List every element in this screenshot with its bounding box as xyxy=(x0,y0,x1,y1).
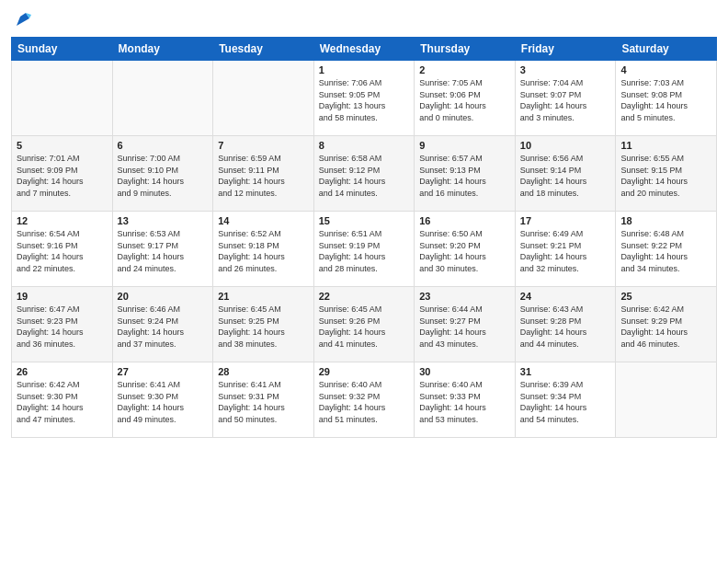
day-info: Sunrise: 7:06 AM Sunset: 9:05 PM Dayligh… xyxy=(319,77,410,123)
week-row-5: 26Sunrise: 6:42 AM Sunset: 9:30 PM Dayli… xyxy=(12,362,717,438)
logo xyxy=(11,9,33,29)
day-number: 7 xyxy=(218,140,309,151)
day-info: Sunrise: 7:01 AM Sunset: 9:09 PM Dayligh… xyxy=(17,153,108,199)
calendar-cell: 14Sunrise: 6:52 AM Sunset: 9:18 PM Dayli… xyxy=(213,212,314,287)
day-info: Sunrise: 6:42 AM Sunset: 9:29 PM Dayligh… xyxy=(620,304,711,350)
day-info: Sunrise: 6:39 AM Sunset: 9:34 PM Dayligh… xyxy=(520,379,611,425)
day-info: Sunrise: 7:00 AM Sunset: 9:10 PM Dayligh… xyxy=(118,153,209,199)
calendar-cell: 30Sunrise: 6:40 AM Sunset: 9:33 PM Dayli… xyxy=(415,362,516,438)
week-row-1: 1Sunrise: 7:06 AM Sunset: 9:05 PM Daylig… xyxy=(12,61,717,136)
day-number: 18 xyxy=(620,215,711,226)
header xyxy=(11,9,717,29)
day-info: Sunrise: 6:48 AM Sunset: 9:22 PM Dayligh… xyxy=(620,228,711,274)
day-number: 10 xyxy=(520,140,611,151)
day-number: 29 xyxy=(319,366,410,377)
calendar-cell: 8Sunrise: 6:58 AM Sunset: 9:12 PM Daylig… xyxy=(313,136,415,212)
day-number: 11 xyxy=(620,140,711,151)
calendar-cell: 16Sunrise: 6:50 AM Sunset: 9:20 PM Dayli… xyxy=(415,212,516,287)
col-header-sunday: Sunday xyxy=(12,38,113,61)
col-header-wednesday: Wednesday xyxy=(313,38,415,61)
day-number: 15 xyxy=(319,215,410,226)
calendar-cell xyxy=(213,61,314,136)
calendar-cell: 25Sunrise: 6:42 AM Sunset: 9:29 PM Dayli… xyxy=(616,287,717,362)
calendar-cell: 26Sunrise: 6:42 AM Sunset: 9:30 PM Dayli… xyxy=(12,362,113,438)
day-number: 23 xyxy=(419,291,510,302)
day-number: 17 xyxy=(520,215,611,226)
col-header-monday: Monday xyxy=(112,38,213,61)
calendar-cell: 6Sunrise: 7:00 AM Sunset: 9:10 PM Daylig… xyxy=(112,136,213,212)
day-info: Sunrise: 6:41 AM Sunset: 9:31 PM Dayligh… xyxy=(218,379,309,425)
day-info: Sunrise: 6:51 AM Sunset: 9:19 PM Dayligh… xyxy=(319,228,410,274)
page: SundayMondayTuesdayWednesdayThursdayFrid… xyxy=(0,0,728,563)
day-info: Sunrise: 6:43 AM Sunset: 9:28 PM Dayligh… xyxy=(520,304,611,350)
day-number: 2 xyxy=(419,64,510,75)
day-number: 4 xyxy=(620,64,711,75)
day-info: Sunrise: 6:58 AM Sunset: 9:12 PM Dayligh… xyxy=(319,153,410,199)
calendar-cell: 20Sunrise: 6:46 AM Sunset: 9:24 PM Dayli… xyxy=(112,287,213,362)
day-info: Sunrise: 6:57 AM Sunset: 9:13 PM Dayligh… xyxy=(419,153,510,199)
calendar-cell: 7Sunrise: 6:59 AM Sunset: 9:11 PM Daylig… xyxy=(213,136,314,212)
calendar-cell: 21Sunrise: 6:45 AM Sunset: 9:25 PM Dayli… xyxy=(213,287,314,362)
day-info: Sunrise: 6:46 AM Sunset: 9:24 PM Dayligh… xyxy=(118,304,209,350)
day-number: 24 xyxy=(520,291,611,302)
day-number: 13 xyxy=(118,215,209,226)
day-info: Sunrise: 7:05 AM Sunset: 9:06 PM Dayligh… xyxy=(419,77,510,123)
day-info: Sunrise: 6:50 AM Sunset: 9:20 PM Dayligh… xyxy=(419,228,510,274)
day-info: Sunrise: 6:59 AM Sunset: 9:11 PM Dayligh… xyxy=(218,153,309,199)
calendar-cell: 28Sunrise: 6:41 AM Sunset: 9:31 PM Dayli… xyxy=(213,362,314,438)
day-info: Sunrise: 6:41 AM Sunset: 9:30 PM Dayligh… xyxy=(118,379,209,425)
calendar-cell xyxy=(616,362,717,438)
calendar-cell: 22Sunrise: 6:45 AM Sunset: 9:26 PM Dayli… xyxy=(313,287,415,362)
calendar-cell: 23Sunrise: 6:44 AM Sunset: 9:27 PM Dayli… xyxy=(415,287,516,362)
header-row: SundayMondayTuesdayWednesdayThursdayFrid… xyxy=(12,38,717,61)
calendar-cell xyxy=(12,61,113,136)
day-info: Sunrise: 6:49 AM Sunset: 9:21 PM Dayligh… xyxy=(520,228,611,274)
calendar-cell: 2Sunrise: 7:05 AM Sunset: 9:06 PM Daylig… xyxy=(415,61,516,136)
day-number: 28 xyxy=(218,366,309,377)
calendar-cell: 3Sunrise: 7:04 AM Sunset: 9:07 PM Daylig… xyxy=(515,61,616,136)
day-number: 5 xyxy=(17,140,108,151)
calendar-cell: 13Sunrise: 6:53 AM Sunset: 9:17 PM Dayli… xyxy=(112,212,213,287)
day-number: 20 xyxy=(118,291,209,302)
calendar-table: SundayMondayTuesdayWednesdayThursdayFrid… xyxy=(11,37,717,438)
col-header-saturday: Saturday xyxy=(616,38,717,61)
col-header-tuesday: Tuesday xyxy=(213,38,314,61)
day-number: 14 xyxy=(218,215,309,226)
day-info: Sunrise: 6:47 AM Sunset: 9:23 PM Dayligh… xyxy=(17,304,108,350)
day-number: 6 xyxy=(118,140,209,151)
calendar-cell: 29Sunrise: 6:40 AM Sunset: 9:32 PM Dayli… xyxy=(313,362,415,438)
day-number: 30 xyxy=(419,366,510,377)
calendar-cell: 1Sunrise: 7:06 AM Sunset: 9:05 PM Daylig… xyxy=(313,61,415,136)
calendar-cell: 10Sunrise: 6:56 AM Sunset: 9:14 PM Dayli… xyxy=(515,136,616,212)
day-info: Sunrise: 7:04 AM Sunset: 9:07 PM Dayligh… xyxy=(520,77,611,123)
calendar-cell: 4Sunrise: 7:03 AM Sunset: 9:08 PM Daylig… xyxy=(616,61,717,136)
calendar-cell: 9Sunrise: 6:57 AM Sunset: 9:13 PM Daylig… xyxy=(415,136,516,212)
week-row-4: 19Sunrise: 6:47 AM Sunset: 9:23 PM Dayli… xyxy=(12,287,717,362)
col-header-thursday: Thursday xyxy=(415,38,516,61)
col-header-friday: Friday xyxy=(515,38,616,61)
day-info: Sunrise: 6:45 AM Sunset: 9:25 PM Dayligh… xyxy=(218,304,309,350)
week-row-2: 5Sunrise: 7:01 AM Sunset: 9:09 PM Daylig… xyxy=(12,136,717,212)
day-number: 19 xyxy=(17,291,108,302)
calendar-cell: 12Sunrise: 6:54 AM Sunset: 9:16 PM Dayli… xyxy=(12,212,113,287)
day-number: 9 xyxy=(419,140,510,151)
day-info: Sunrise: 6:52 AM Sunset: 9:18 PM Dayligh… xyxy=(218,228,309,274)
day-number: 16 xyxy=(419,215,510,226)
calendar-cell: 17Sunrise: 6:49 AM Sunset: 9:21 PM Dayli… xyxy=(515,212,616,287)
day-info: Sunrise: 6:40 AM Sunset: 9:32 PM Dayligh… xyxy=(319,379,410,425)
logo-icon xyxy=(13,9,33,29)
day-info: Sunrise: 6:55 AM Sunset: 9:15 PM Dayligh… xyxy=(620,153,711,199)
day-number: 31 xyxy=(520,366,611,377)
day-number: 27 xyxy=(118,366,209,377)
day-info: Sunrise: 6:54 AM Sunset: 9:16 PM Dayligh… xyxy=(17,228,108,274)
calendar-cell: 19Sunrise: 6:47 AM Sunset: 9:23 PM Dayli… xyxy=(12,287,113,362)
day-info: Sunrise: 7:03 AM Sunset: 9:08 PM Dayligh… xyxy=(620,77,711,123)
day-info: Sunrise: 6:44 AM Sunset: 9:27 PM Dayligh… xyxy=(419,304,510,350)
calendar-cell: 5Sunrise: 7:01 AM Sunset: 9:09 PM Daylig… xyxy=(12,136,113,212)
day-info: Sunrise: 6:40 AM Sunset: 9:33 PM Dayligh… xyxy=(419,379,510,425)
day-number: 25 xyxy=(620,291,711,302)
day-info: Sunrise: 6:42 AM Sunset: 9:30 PM Dayligh… xyxy=(17,379,108,425)
day-number: 21 xyxy=(218,291,309,302)
calendar-cell: 15Sunrise: 6:51 AM Sunset: 9:19 PM Dayli… xyxy=(313,212,415,287)
day-number: 1 xyxy=(319,64,410,75)
